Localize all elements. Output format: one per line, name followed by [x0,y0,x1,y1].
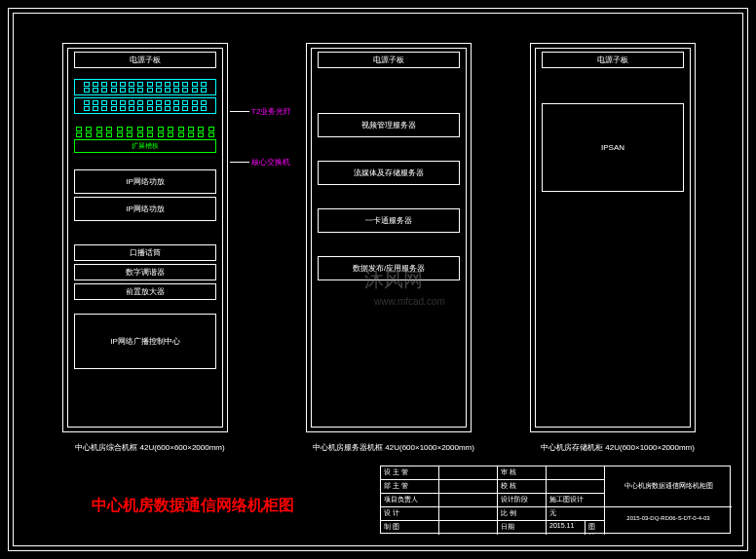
cabinet-3-inner: 电源子板 IPSAN [535,48,691,428]
outer-frame: 电源子板 扩展槽板 IP网络功放 IP网络功放 口播话筒 数字调谐器 前置放大器… [8,8,748,551]
watermark-url: www.mfcad.com [374,296,445,307]
cab1-u1: IP网络功放 [74,169,216,194]
tb-r2c2: 校 核 [498,480,547,494]
switch-row-1 [74,127,216,131]
annotation-1: T2业务光纤 [251,106,291,117]
cab3-caption: 中心机房存储机柜 42U(600×1000×2000mm) [520,442,715,453]
cab2-u2: 一卡通服务器 [318,208,460,233]
drawing-title: 中心机房数据通信网络机柜图 [92,496,294,516]
tb-r4c1: 设 计 [381,507,439,521]
cabinet-3: 电源子板 IPSAN [530,43,696,432]
cab2-u3: 数据发布/应用服务器 [318,256,460,280]
tb-r3c2: 设计阶段 [498,494,547,507]
cabinet-1: 电源子板 扩展槽板 IP网络功放 IP网络功放 口播话筒 数字调谐器 前置放大器… [62,43,228,432]
inner-frame: 电源子板 扩展槽板 IP网络功放 IP网络功放 口播话筒 数字调谐器 前置放大器… [13,13,743,546]
patch-panel-1 [74,79,216,95]
tb-r3c1: 项目负责人 [381,494,439,507]
cab1-u2: IP网络功放 [74,197,216,221]
switch-row-2 [74,132,216,137]
tb-r3c3: 施工图设计 [547,494,605,507]
tb-r1c1v [439,466,498,480]
cab1-header: 电源子板 [74,52,216,68]
cab3-header: 电源子板 [542,52,684,68]
cab1-caption: 中心机房综合机框 42U(600×600×2000mm) [53,442,247,453]
cab2-header: 电源子板 [318,52,460,68]
cabinet-2-inner: 电源子板 视频管理服务器 流媒体及存储服务器 一卡通服务器 数据发布/应用服务器 [311,48,467,428]
tb-r1c2: 审 核 [498,466,547,480]
leader-1 [230,111,249,112]
tb-code: 2015-03-DQ-RD06-S-DT-0-4-03 [605,507,732,535]
tb-r5c4: 图号 [586,521,605,535]
title-block: 设 主 管 审 核 部 主 管 校 核 项目负责人 设计阶段 施工图设计 设 计… [380,466,731,534]
tb-r2c1: 部 主 管 [381,480,439,494]
cab1-u3: 口播话筒 [74,244,216,261]
tb-r4c2: 比 例 [498,507,547,521]
cab3-main: IPSAN [542,103,684,192]
cab1-u6: IP网络广播控制中心 [74,314,216,369]
patch-panel-2 [74,97,216,114]
cab1-u5: 前置放大器 [74,283,216,300]
tb-r1c2v [547,466,605,480]
expansion-slot: 扩展槽板 [74,139,216,153]
tb-r5c2: 日期 [498,521,547,535]
cab2-caption: 中心机房服务器机框 42U(600×1000×2000mm) [296,442,491,453]
cab2-u1: 流媒体及存储服务器 [318,161,460,185]
cabinet-1-inner: 电源子板 扩展槽板 IP网络功放 IP网络功放 口播话筒 数字调谐器 前置放大器… [67,48,223,428]
leader-2 [230,162,249,163]
tb-r5c3: 2015.11 [547,521,586,535]
tb-r5c1: 制 图 [381,521,439,535]
annotation-2: 核心交换机 [251,157,290,168]
cab1-u4: 数字调谐器 [74,264,216,280]
cab2-u0: 视频管理服务器 [318,113,460,137]
tb-name: 中心机房数据通信网络机柜图 [605,466,732,507]
cabinet-2: 电源子板 视频管理服务器 流媒体及存储服务器 一卡通服务器 数据发布/应用服务器 [306,43,472,432]
tb-r4c3: 无 [547,507,605,521]
tb-r1c1: 设 主 管 [381,466,439,480]
